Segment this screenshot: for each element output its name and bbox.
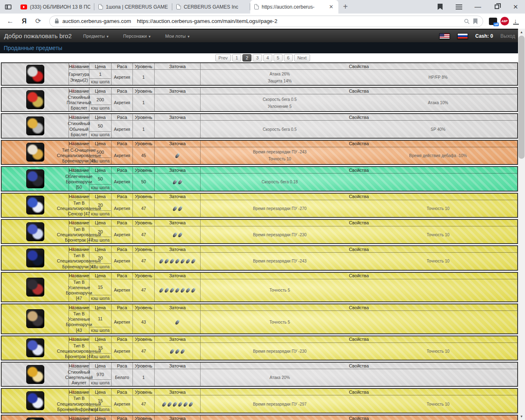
item-race: Акретия: [112, 395, 133, 412]
row-header-price: Цена: [89, 88, 112, 94]
item-sharpen: [155, 147, 201, 164]
row-header-race: Раса: [112, 194, 133, 200]
item-properties: Время перезарядки ПУ -243 Точность 10: [201, 253, 517, 269]
extension-off-icon[interactable]: off: [488, 16, 498, 26]
nav-menu-2[interactable]: Мои лоты▼: [165, 34, 190, 39]
refresh-icon[interactable]: ⟳: [32, 16, 44, 27]
scrollbar-thumb[interactable]: [518, 36, 525, 159]
item-price: 970: [89, 369, 111, 379]
pagination-button-1[interactable]: 1: [232, 54, 241, 62]
pagination-button-next[interactable]: Next: [294, 54, 310, 62]
browser-tab-0[interactable]: (333) ОБЛИВИОН 13 В ПО: [16, 0, 94, 14]
price-currency-label: кэш шопа: [89, 295, 111, 301]
tab-close-icon[interactable]: ✕: [328, 4, 334, 10]
item-icon-cell: [2, 167, 69, 190]
property-text: Атака 10%: [428, 100, 448, 105]
sharpen-bullet-icon: [172, 232, 177, 238]
sharpen-bullet-icon: [159, 258, 164, 265]
nav-menu-0[interactable]: Предметы▼: [83, 34, 110, 39]
pagination-button-6[interactable]: 6: [284, 54, 293, 62]
item-level: 47: [133, 200, 155, 217]
row-header-name: ☆ Название: [69, 194, 89, 200]
pagination-button-4[interactable]: 4: [263, 54, 272, 62]
sharpen-bullet-icon: [191, 258, 196, 265]
browser-tab-1[interactable]: 1шопа | CERBERUS GAMES: [94, 0, 172, 14]
row-header-level: Уровень: [133, 194, 155, 200]
item-price: 20: [89, 253, 111, 263]
star-icon: ☆: [71, 114, 75, 120]
sharpen-bullet-icon: [177, 232, 183, 238]
sharpen-bullet-icon: [177, 401, 183, 407]
property-text: Точность 5: [269, 320, 290, 325]
us-flag-icon[interactable]: [439, 33, 450, 39]
row-header-price: Цена: [89, 141, 112, 147]
row-header-race: Раса: [112, 167, 133, 173]
item-name: Стихийный Обычный Браслет: [69, 121, 89, 137]
properties-left: Время перезарядки ПУ -297: [201, 395, 359, 412]
scroll-up-icon[interactable]: ▲: [518, 29, 525, 36]
row-header-name: ☆ Название: [69, 63, 89, 70]
chevron-down-icon: ▼: [106, 35, 109, 39]
search-icon[interactable]: [464, 18, 470, 24]
pagination-button-3[interactable]: 3: [253, 54, 262, 62]
table-row: ☆ Название Цена Раса Уровень Заточка Сво…: [1, 362, 518, 387]
scroll-down-icon[interactable]: ▼: [518, 413, 525, 420]
row-header-sharpen: Заточка: [155, 304, 201, 311]
chevron-down-icon: ▼: [148, 35, 151, 39]
browser-tab-2[interactable]: CERBERUS GAMES Inc: [172, 0, 250, 14]
browser-tab-3[interactable]: https://auction.cerberus-✕: [250, 0, 338, 14]
property-text: Время действия дебафа -10%: [409, 153, 467, 158]
browser-window: (333) ОБЛИВИОН 13 В ПО1шопа | CERBERUS G…: [0, 0, 525, 420]
menu-icon[interactable]: [450, 0, 468, 14]
item-name: Тип В Специализированные Броненаручи [47: [69, 253, 89, 269]
item-name: Тип С-Очищение Специализированные Бронен…: [69, 147, 89, 164]
item-price-cell: 50 кэш шопа: [89, 121, 112, 137]
restore-button[interactable]: [487, 0, 506, 14]
minimize-button[interactable]: —: [468, 0, 487, 14]
sharpen-bullet-icon: [167, 401, 172, 407]
item-level: 47: [133, 253, 155, 269]
pagination-button-5[interactable]: 5: [274, 54, 283, 62]
table-row: ☆ Название Цена Раса Уровень Заточка Сво…: [1, 87, 518, 112]
row-header-sharpen: Заточка: [155, 336, 201, 343]
item-sharpen: [155, 279, 201, 302]
row-header-name: ☆ Название: [69, 304, 89, 311]
page-favicon-icon: [98, 4, 103, 9]
property-text: Атака 20%: [269, 375, 290, 380]
bookmarks-icon[interactable]: [431, 0, 450, 14]
properties-right: Точность 10: [359, 395, 517, 412]
download-icon[interactable]: [511, 16, 521, 26]
new-tab-button[interactable]: +: [338, 0, 352, 14]
item-sharpen: [155, 200, 201, 217]
pagination-button-prev[interactable]: Prev: [215, 54, 231, 62]
logout-link[interactable]: Выход: [500, 33, 515, 39]
row-header-sharpen: Заточка: [155, 220, 201, 226]
lock-icon: [55, 18, 59, 24]
chevron-down-icon: ▼: [187, 35, 190, 39]
row-header-price: Цена: [89, 194, 112, 200]
properties-right: Точность 10: [359, 253, 517, 269]
pagination-button-2[interactable]: 2: [242, 54, 251, 62]
ru-flag-icon[interactable]: [457, 33, 468, 39]
scrollbar[interactable]: ▲ ▼: [518, 29, 525, 420]
sharpen-bullet-icon: [169, 288, 175, 294]
property-text: Уклонение 5: [268, 104, 292, 109]
row-header-level: Уровень: [133, 246, 155, 253]
adblock-icon[interactable]: ABP: [500, 16, 509, 26]
address-bar: ← Я ⟳ auction.cerberus-games.com https:/…: [0, 14, 525, 29]
property-text: Точность 10: [427, 258, 450, 264]
row-header-price: Цена: [89, 167, 112, 173]
close-button[interactable]: ✕: [506, 0, 525, 14]
nav-menu-1[interactable]: Персонажи▼: [123, 34, 151, 39]
properties-right: [359, 279, 517, 302]
properties-left: Атака 26%Защита 14%: [201, 70, 359, 85]
yandex-browser-icon[interactable]: Я: [18, 16, 30, 27]
tab-panel-toggle-icon[interactable]: [0, 0, 16, 14]
table-row: ☆ Название Цена Раса Уровень Заточка Сво…: [1, 219, 518, 244]
row-header-sharpen: Заточка: [155, 88, 201, 94]
back-icon[interactable]: ←: [4, 16, 16, 27]
bookmark-icon[interactable]: [473, 18, 478, 24]
amulet-icon: [26, 65, 44, 84]
price-currency-label: кэш шопа: [89, 210, 111, 217]
url-field[interactable]: auction.cerberus-games.com https://aucti…: [49, 16, 483, 27]
